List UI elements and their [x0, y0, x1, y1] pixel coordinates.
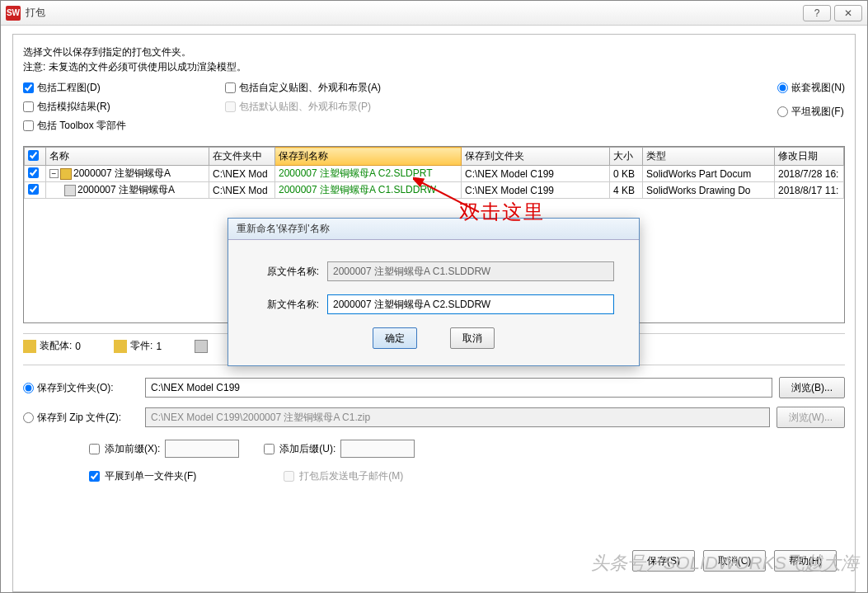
main-window: SW 打包 ? ✕ 选择文件以保存到指定的打包文件夹。 注意: 未复选的文件必须… — [0, 0, 868, 593]
email-checkbox — [284, 471, 294, 482]
desc-line2: 注意: 未复选的文件必须可供使用以成功渲染模型。 — [23, 59, 845, 74]
save-name-cell[interactable]: 2000007 注塑铜螺母A C2.SLDPRT — [279, 167, 433, 179]
col-check[interactable] — [25, 148, 46, 166]
suffix-input — [340, 440, 415, 458]
save-folder-radio[interactable] — [23, 383, 34, 393]
help-button-icon[interactable]: ? — [803, 5, 831, 21]
rename-dialog: 重新命名'保存到'名称 原文件名称: 新文件名称: 确定 取消 — [228, 218, 640, 366]
col-type[interactable]: 类型 — [643, 148, 775, 166]
drawing-icon — [195, 340, 208, 353]
include-decals-checkbox[interactable]: 包括自定义贴图、外观和布景(A) — [225, 81, 777, 95]
prefix-checkbox[interactable] — [89, 444, 100, 454]
save-zip-row: 保存到 Zip 文件(Z): 浏览(W)... — [23, 407, 845, 428]
new-name-label: 新文件名称: — [253, 298, 327, 312]
col-save-name[interactable]: 保存到名称 — [275, 148, 462, 166]
save-folder-row: 保存到文件夹(O): 浏览(B)... — [23, 377, 845, 398]
row-checkbox[interactable] — [28, 167, 39, 178]
include-toolbox-checkbox[interactable]: 包括 Toolbox 零部件 — [23, 119, 225, 133]
browse-folder-button[interactable]: 浏览(B)... — [779, 377, 845, 398]
table-row[interactable]: 2000007 注塑铜螺母A C:\NEX Mod 2000007 注塑铜螺母A… — [25, 182, 844, 199]
dialog-ok-button[interactable]: 确定 — [373, 327, 417, 349]
nested-view-radio[interactable]: 嵌套视图(N) — [777, 81, 845, 95]
col-date[interactable]: 修改日期 — [775, 148, 844, 166]
assembly-icon — [23, 340, 36, 353]
save-zip-radio[interactable] — [23, 412, 34, 423]
col-folder[interactable]: 在文件夹中 — [209, 148, 275, 166]
include-default-decals-checkbox: 包括默认贴图、外观和布景(P) — [225, 100, 777, 114]
description: 选择文件以保存到指定的打包文件夹。 注意: 未复选的文件必须可供使用以成功渲染模… — [23, 45, 845, 74]
orig-name-field — [327, 261, 614, 281]
drawing-file-icon — [64, 185, 76, 196]
desc-line1: 选择文件以保存到指定的打包文件夹。 — [23, 45, 845, 59]
flatten-checkbox[interactable] — [89, 471, 100, 482]
col-save-folder[interactable]: 保存到文件夹 — [462, 148, 610, 166]
part-icon — [114, 340, 127, 353]
app-icon: SW — [6, 6, 21, 21]
save-folder-input[interactable] — [145, 378, 772, 398]
part-file-icon — [60, 168, 72, 180]
titlebar: SW 打包 ? ✕ — [1, 1, 867, 26]
col-size[interactable]: 大小 — [610, 148, 643, 166]
watermark: 头条号／SOLIDWORKS飞越大海 — [591, 551, 859, 576]
browse-zip-button: 浏览(W)... — [777, 407, 845, 428]
table-header-row: 名称 在文件夹中 保存到名称 保存到文件夹 大小 类型 修改日期 — [25, 148, 844, 166]
save-name-cell[interactable]: 2000007 注塑铜螺母A C1.SLDDRW — [279, 184, 436, 195]
row-checkbox[interactable] — [28, 184, 39, 195]
new-name-field[interactable] — [327, 294, 614, 314]
prefix-input — [165, 440, 239, 458]
col-name[interactable]: 名称 — [46, 148, 209, 166]
orig-name-label: 原文件名称: — [253, 265, 327, 279]
tree-collapse-icon[interactable]: − — [49, 169, 59, 178]
include-drawings-checkbox[interactable]: 包括工程图(D) — [23, 81, 225, 95]
include-sim-checkbox[interactable]: 包括模拟结果(R) — [23, 100, 225, 114]
flat-view-radio[interactable]: 平坦视图(F) — [777, 105, 843, 119]
table-row[interactable]: −2000007 注塑铜螺母A C:\NEX Mod 2000007 注塑铜螺母… — [25, 166, 844, 182]
dialog-cancel-button[interactable]: 取消 — [450, 327, 495, 349]
close-button-icon[interactable]: ✕ — [834, 5, 862, 21]
save-zip-input — [145, 407, 770, 427]
suffix-checkbox[interactable] — [264, 444, 274, 454]
dialog-title: 重新命名'保存到'名称 — [228, 219, 639, 240]
window-title: 打包 — [26, 6, 803, 20]
